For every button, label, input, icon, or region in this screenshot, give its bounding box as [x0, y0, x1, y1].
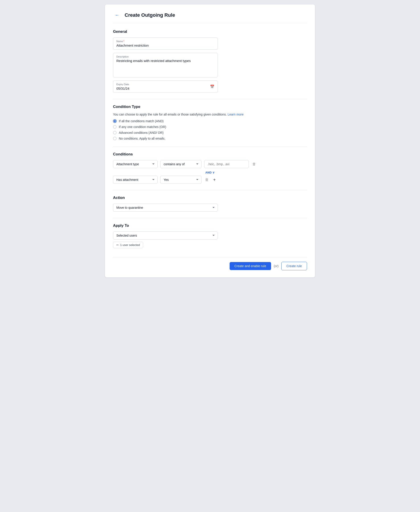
condition-row-1: Attachment type contains any of 🗑: [113, 160, 307, 168]
divider-4: [113, 218, 307, 218]
description-label: Description: [116, 55, 214, 58]
name-value: Attachment restriction: [116, 44, 214, 47]
delete-icon-1: 🗑: [252, 162, 256, 166]
pencil-icon: ✏: [116, 243, 119, 247]
condition-value-input-1[interactable]: [204, 160, 249, 168]
header: ← Create Outgoing Rule: [113, 12, 307, 23]
conditions-section-title: Conditions: [113, 152, 307, 157]
divider-3: [113, 190, 307, 190]
or-label: (or): [274, 264, 279, 268]
expiry-date-content: Expiry Date 05/31/24: [116, 83, 210, 90]
conditions-section: Conditions Attachment type contains any …: [113, 152, 307, 184]
radio-item-and[interactable]: If all the conditions match (AND): [113, 119, 307, 123]
delete-condition-2-button[interactable]: 🗑: [204, 177, 210, 183]
description-field-box[interactable]: Description Restricting emails with rest…: [113, 53, 218, 77]
apply-to-section: Apply To Selected users ✏ 1 user selecte…: [113, 223, 307, 248]
page-container: ← Create Outgoing Rule General Name* Att…: [105, 4, 315, 277]
condition-row-2: Has attachment Yes 🗑 +: [113, 176, 307, 184]
user-selected-badge[interactable]: ✏ 1 user selected: [113, 242, 143, 248]
name-required-indicator: *: [123, 40, 124, 43]
radio-circle-none: [113, 137, 117, 140]
delete-condition-1-button[interactable]: 🗑: [251, 161, 257, 167]
expiry-date-field-group: Expiry Date 05/31/24 📅: [113, 81, 307, 93]
condition-type-title: Condition Type: [113, 105, 307, 109]
create-rule-button[interactable]: Create rule: [281, 262, 307, 270]
create-enable-rule-button[interactable]: Create and enable rule: [230, 262, 271, 270]
condition-type-section: Condition Type You can choose to apply t…: [113, 105, 307, 140]
general-section-title: General: [113, 30, 307, 34]
general-section: General Name* Attachment restriction Des…: [113, 30, 307, 93]
operator-dropdown-1[interactable]: contains any of: [160, 160, 202, 168]
add-icon: +: [213, 177, 216, 182]
action-section: Action Move to quarantine: [113, 196, 307, 212]
delete-icon-2: 🗑: [205, 178, 209, 182]
back-button[interactable]: ←: [113, 12, 121, 18]
condition-type-dropdown-2[interactable]: Has attachment: [113, 176, 158, 184]
action-dropdown[interactable]: Move to quarantine: [113, 203, 218, 212]
radio-item-none[interactable]: No conditions. Apply to all emails.: [113, 137, 307, 140]
apply-to-dropdown[interactable]: Selected users: [113, 232, 218, 240]
and-label[interactable]: AND ∨: [205, 171, 215, 174]
divider-1: [113, 99, 307, 99]
radio-item-advanced[interactable]: Advanced conditions (AND/ OR): [113, 131, 307, 135]
page-title: Create Outgoing Rule: [125, 12, 175, 18]
expiry-date-value: 05/31/24: [116, 87, 210, 90]
learn-more-link[interactable]: Learn more: [228, 113, 244, 116]
add-condition-button[interactable]: +: [212, 176, 217, 183]
radio-circle-advanced: [113, 131, 117, 135]
user-selected-label: 1 user selected: [120, 243, 140, 247]
radio-item-or[interactable]: If any one condition matches (OR): [113, 125, 307, 129]
expiry-date-field-box[interactable]: Expiry Date 05/31/24 📅: [113, 81, 218, 93]
footer: Create and enable rule (or) Create rule: [113, 257, 307, 270]
apply-to-section-title: Apply To: [113, 223, 307, 228]
name-label: Name*: [116, 40, 214, 43]
radio-label-and: If all the conditions match (AND): [119, 119, 164, 123]
expiry-date-label: Expiry Date: [116, 83, 210, 86]
radio-label-none: No conditions. Apply to all emails.: [119, 137, 165, 140]
radio-label-advanced: Advanced conditions (AND/ OR): [119, 131, 164, 135]
and-chevron-icon: ∨: [212, 171, 215, 174]
name-field-group: Name* Attachment restriction: [113, 38, 307, 50]
description-field-group: Description Restricting emails with rest…: [113, 53, 307, 77]
condition-type-description: You can choose to apply the rule for all…: [113, 113, 307, 116]
radio-label-or: If any one condition matches (OR): [119, 125, 166, 129]
condition-type-radio-group: If all the conditions match (AND) If any…: [113, 119, 307, 140]
name-field-box[interactable]: Name* Attachment restriction: [113, 38, 218, 50]
divider-2: [113, 146, 307, 147]
calendar-icon: 📅: [210, 84, 214, 89]
back-icon: ←: [115, 13, 119, 18]
radio-circle-and: [113, 119, 117, 123]
description-value: Restricting emails with restricted attac…: [116, 59, 214, 63]
operator-dropdown-2[interactable]: Yes: [160, 176, 202, 184]
condition-type-dropdown-1[interactable]: Attachment type: [113, 160, 158, 168]
and-connector: AND ∨: [113, 170, 307, 174]
radio-circle-or: [113, 125, 117, 129]
action-section-title: Action: [113, 196, 307, 200]
